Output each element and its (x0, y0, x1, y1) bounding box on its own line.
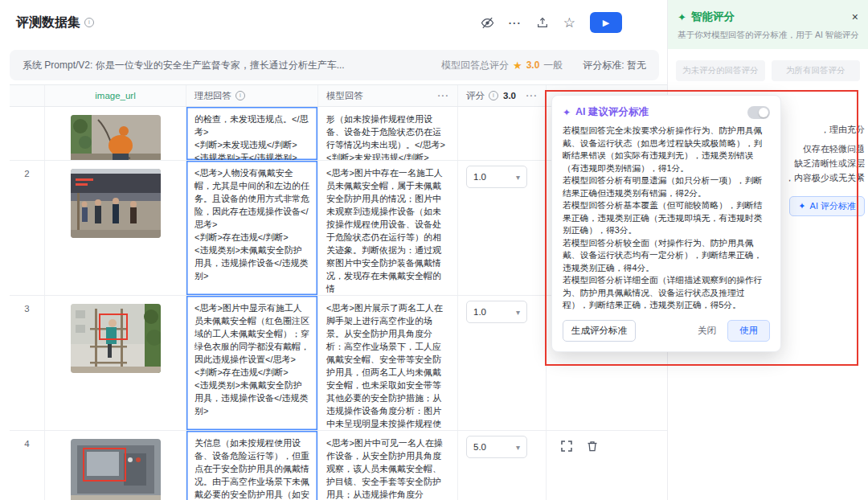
criteria-fragment: ，内容极少或无关紧 (785, 171, 865, 184)
row-image-cell[interactable] (45, 431, 186, 500)
ideal-answer-cell[interactable]: 的检查，未发现违规点。</思考> <判断>未发现违规</判断> <违规类别>无<… (186, 107, 318, 160)
thumbnail-image (71, 304, 161, 373)
ideal-info-icon[interactable]: i (235, 91, 245, 100)
ai-criteria-dialog: ✦ AI 建议评分标准 若模型回答完全未按要求分析操作行为、防护用具佩戴、设备运… (551, 95, 781, 352)
use-button[interactable]: 使用 (727, 320, 770, 342)
score-cell (458, 107, 547, 160)
chevron-down-icon: ▾ (516, 173, 520, 182)
ideal-answer-cell[interactable]: <思考>图片中显示有施工人员未佩戴安全帽（红色圈注区域的工人未佩戴安全帽）；穿绿… (186, 296, 318, 430)
page-title: 评测数据集 (16, 14, 80, 31)
model-column-menu-icon[interactable]: ··· (438, 91, 450, 100)
row-index: 4 (10, 431, 45, 500)
row-index (10, 107, 45, 160)
score-info-icon[interactable]: i (489, 91, 498, 100)
chevron-down-icon: ▾ (516, 308, 520, 317)
criteria-text: 若模型回答完全未按要求分析操作行为、防护用具佩戴、设备运行状态（如思考过程缺失或… (563, 125, 770, 312)
toggle-knob (759, 108, 768, 117)
row-index: 2 (10, 161, 45, 295)
row-image-cell[interactable] (45, 161, 186, 295)
criteria-fragment: 仅存在轻微问题 (803, 142, 865, 155)
model-answer-cell[interactable]: <思考>图片中存在一名施工人员未佩戴安全帽，属于未佩戴安全防护用具的情况；图片中… (318, 161, 458, 295)
total-score-label: 模型回答总评分 (441, 59, 509, 72)
header-score[interactable]: 评分 i 3.0 ··· (458, 85, 547, 106)
total-score-area: 模型回答总评分 ★ 3.0 一般 评分标准: 暂无 (441, 59, 646, 72)
sparkle-icon: ✦ (798, 201, 805, 211)
star-icon[interactable]: ☆ (563, 14, 575, 31)
criteria-toggle[interactable] (747, 106, 770, 119)
score-cell: 1.0 ▾ (458, 296, 547, 430)
score-unscored-button[interactable]: 为未评分的回答评分 (676, 60, 765, 81)
score-all-button[interactable]: 为所有回答评分 (772, 60, 861, 81)
app-window: 评测数据集 i ··· ☆ ▶ 系统 Prompt/V2: 你是一位专业的安全生… (0, 0, 868, 500)
total-score-value: 3.0 (526, 59, 540, 71)
eye-off-icon[interactable] (481, 16, 494, 30)
expand-icon[interactable] (561, 441, 572, 452)
model-answer-cell[interactable]: <思考>图片展示了两名工人在脚手架上进行高空作业的场景。从安全防护用具角度分析：… (318, 296, 458, 430)
criteria-paragraph: 若模型回答完全未按要求分析操作行为、防护用具佩戴、设备运行状态（如思考过程缺失或… (563, 125, 770, 174)
chevron-down-icon: ▾ (516, 443, 520, 452)
close-icon[interactable]: × (852, 11, 858, 23)
system-prompt-bar: 系统 Prompt/V2: 你是一位专业的安全生产监督专家，擅长通过分析生产车.… (10, 50, 659, 80)
criteria-paragraph: 若模型回答分析较全面（对操作行为、防护用具佩戴、设备运行状态均有一定分析），判断… (563, 237, 770, 275)
average-score: 3.0 (503, 91, 516, 100)
criteria-paragraph: 若模型回答分析基本覆盖（但可能较简略），判断结果正确，违规类别正确（无违规即填无… (563, 199, 770, 237)
run-button[interactable]: ▶ (590, 12, 622, 33)
row-index: 3 (10, 296, 45, 430)
top-bar: 评测数据集 i ··· ☆ ▶ (0, 0, 667, 45)
ideal-answer-cell[interactable]: 关信息（如未按规程使用设备、设备危险运行等），但重点在于安全防护用具的佩戴情况。… (186, 431, 318, 500)
row-actions-cell (547, 431, 667, 500)
model-answer-cell[interactable]: 形（如未按操作规程使用设备、设备处于危险状态仍在运行等情况均未出现）。</思考>… (318, 107, 458, 160)
header-model-answer[interactable]: 模型回答 ··· (318, 85, 458, 106)
header-ideal-answer[interactable]: 理想回答 i (186, 85, 318, 106)
header-image-url[interactable]: image_url (45, 85, 186, 106)
thumbnail-image (71, 439, 161, 500)
criteria-status: 评分标准: 暂无 (583, 59, 646, 72)
table-row: 4 关信息（如未按规程使用设备、设备危险运行等），但重点在于安全防护用具的佩戴情… (10, 431, 667, 500)
sparkle-icon: ✦ (678, 11, 686, 23)
title-info-icon[interactable]: i (84, 18, 94, 27)
score-select[interactable]: 5.0 ▾ (466, 436, 527, 458)
criteria-fragment: ，理由充分 (821, 123, 865, 136)
sparkle-icon: ✦ (563, 107, 571, 118)
total-score-level: 一般 (543, 59, 563, 72)
upload-icon[interactable] (536, 16, 549, 29)
smart-scoring-title: 智能评分 (691, 10, 735, 24)
header-index (10, 85, 45, 106)
score-cell: 5.0 ▾ (458, 431, 547, 500)
score-select[interactable]: 1.0 ▾ (466, 166, 527, 188)
criteria-paragraph: 若模型回答分析有明显遗漏（如只分析一项），判断结果正确但违规类别有错漏，得2分。 (563, 174, 770, 199)
criteria-fragment: 缺乏清晰性或深层 (794, 157, 865, 170)
criteria-paragraph: 若模型回答分析详细全面（详细描述观察到的操作行为、防护用具佩戴情况、设备运行状态… (563, 274, 770, 312)
model-answer-cell[interactable]: <思考>图片中可见一名人在操作设备，从安全防护用具角度观察，该人员未佩戴安全帽、… (318, 431, 458, 500)
toolbar: ··· ☆ ▶ (481, 12, 667, 33)
dialog-title: AI 建议评分标准 (575, 105, 649, 119)
score-column-menu-icon[interactable]: ··· (526, 91, 538, 100)
score-select[interactable]: 1.0 ▾ (466, 301, 527, 323)
trash-icon[interactable] (587, 441, 598, 452)
score-cell: 1.0 ▾ (458, 161, 547, 295)
row-image-cell[interactable] (45, 107, 186, 160)
thumbnail-image (71, 115, 161, 160)
ai-criteria-button[interactable]: ✦ AI 评分标准 (789, 196, 865, 216)
smart-scoring-header: ✦ 智能评分 × 基于你对模型回答的评分标准，用于 AI 智能评分。使用手册 (668, 0, 868, 49)
ideal-answer-cell[interactable]: <思考>人物没有佩戴安全帽，尤其是中间的和左边的任务。且设备的使用方式非常危险，… (186, 161, 318, 295)
row-image-cell[interactable] (45, 296, 186, 430)
smart-scoring-description: 基于你对模型回答的评分标准，用于 AI 智能评分。使用手册 (678, 30, 858, 41)
thumbnail-image (71, 169, 161, 238)
dialog-close-button[interactable]: 关闭 (691, 321, 723, 341)
star-rating-icon: ★ (513, 59, 522, 72)
more-icon[interactable]: ··· (509, 17, 522, 29)
generate-criteria-button[interactable]: 生成评分标准 (563, 320, 636, 342)
system-prompt-text: 系统 Prompt/V2: 你是一位专业的安全生产监督专家，擅长通过分析生产车.… (23, 59, 345, 72)
